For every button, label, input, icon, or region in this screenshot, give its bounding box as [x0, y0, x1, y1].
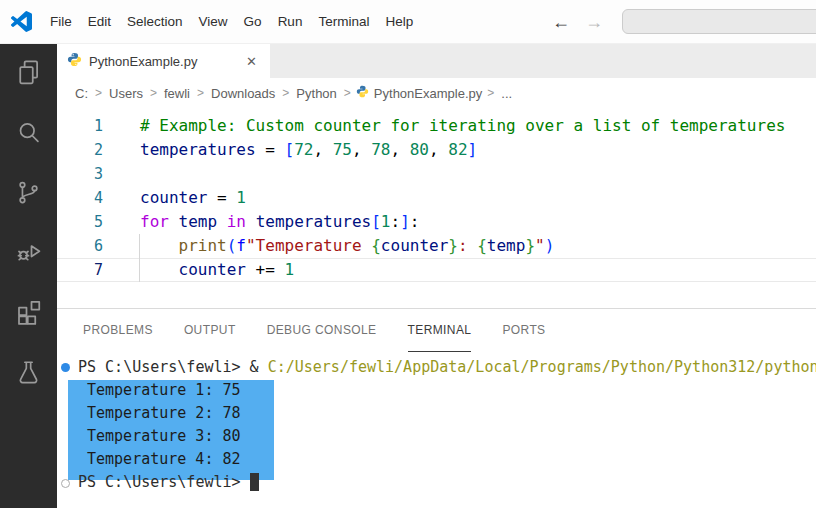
token-default [140, 236, 179, 255]
token-variable: counter [140, 188, 207, 207]
panel-tab-bar: PROBLEMSOUTPUTDEBUG CONSOLETERMINALPORTS [57, 309, 816, 352]
breadcrumb-item[interactable]: Python [294, 85, 338, 102]
panel-tab-problems[interactable]: PROBLEMS [83, 309, 153, 352]
testing-icon [14, 358, 43, 391]
token-variable: counter [179, 260, 246, 279]
indent-guide [139, 234, 140, 282]
panel-tab-output[interactable]: OUTPUT [184, 309, 236, 352]
activity-search-button[interactable] [0, 104, 57, 164]
code-editor[interactable]: 1# Example: Custom counter for iterating… [57, 108, 816, 308]
tab-label: PythonExample.py [89, 54, 197, 69]
token-default: , [429, 140, 448, 159]
breadcrumb-file-label: PythonExample.py [374, 86, 482, 101]
menu-view[interactable]: View [191, 10, 236, 33]
prompt-decoration-icon [61, 479, 70, 488]
token-number: 72 [294, 140, 313, 159]
terminal-output-line: Temperature 2: 78 [57, 402, 816, 425]
token-default: += [246, 260, 285, 279]
terminal-prompt-text: PS C:\Users\fewli> [78, 473, 241, 491]
token-string: : [458, 236, 477, 255]
terminal-output-line: Temperature 3: 80 [57, 425, 816, 448]
terminal-prompt-line: PS C:\Users\fewli> [57, 471, 816, 494]
token-number: 1 [285, 260, 295, 279]
token-string: " [535, 236, 545, 255]
token-bracket1: ) [545, 236, 555, 255]
search-icon [14, 118, 43, 151]
run-debug-icon [14, 237, 44, 271]
back-icon[interactable]: ← [552, 12, 570, 33]
menu-help[interactable]: Help [377, 10, 421, 33]
token-bracket1: ( [227, 236, 237, 255]
breadcrumb-item[interactable]: Users [107, 85, 145, 102]
breadcrumb-overflow[interactable]: ... [499, 85, 514, 102]
token-comment: # Example: Custom counter for iterating … [140, 116, 785, 135]
line-number: 6 [57, 234, 103, 258]
tab-pythonexample[interactable]: PythonExample.py ✕ [57, 44, 270, 78]
panel-tab-terminal[interactable]: TERMINAL [408, 309, 472, 352]
activity-run-debug-button[interactable] [0, 224, 57, 284]
token-number: 1 [381, 212, 391, 231]
token-bracket2: { [477, 236, 487, 255]
token-variable: temperatures [140, 140, 256, 159]
code-line: 1# Example: Custom counter for iterating… [57, 114, 816, 138]
breadcrumb-item[interactable]: fewli [162, 85, 192, 102]
python-icon [67, 52, 82, 71]
terminal-prompt-text: PS C:\Users\fewli> [78, 358, 250, 376]
panel-tab-debug-console[interactable]: DEBUG CONSOLE [267, 309, 377, 352]
chevron-right-icon: > [95, 86, 102, 100]
bottom-panel: PROBLEMSOUTPUTDEBUG CONSOLETERMINALPORTS… [57, 308, 816, 508]
titlebar: FileEditSelectionViewGoRunTerminalHelp ←… [0, 0, 816, 44]
explorer-icon [14, 57, 44, 91]
source-control-icon [14, 178, 43, 211]
extensions-icon [14, 297, 44, 331]
code-line: 7 counter += 1 [57, 258, 816, 282]
breadcrumb: C:>Users>fewli>Downloads>Python>PythonEx… [57, 78, 816, 108]
terminal[interactable]: PS C:\Users\fewli> & C:/Users/fewli/AppD… [57, 353, 816, 508]
vscode-window: FileEditSelectionViewGoRunTerminalHelp ←… [0, 0, 816, 508]
token-number: 1 [236, 188, 246, 207]
token-variable: counter [381, 236, 448, 255]
panel-tab-ports[interactable]: PORTS [502, 309, 545, 352]
menu-run[interactable]: Run [270, 10, 311, 33]
token-default: , [313, 140, 332, 159]
menu-edit[interactable]: Edit [80, 10, 119, 33]
tab-close-icon[interactable]: ✕ [243, 53, 260, 70]
activity-testing-button[interactable] [0, 344, 57, 404]
token-fstring_prefix: f [236, 236, 246, 255]
editor-tab-bar: PythonExample.py ✕ [57, 44, 816, 78]
breadcrumb-item[interactable]: C: [73, 85, 90, 102]
token-default: , [390, 140, 409, 159]
code-line: 4counter = 1 [57, 186, 816, 210]
activity-explorer-button[interactable] [0, 44, 57, 104]
code-line-content [103, 162, 150, 186]
menu-go[interactable]: Go [236, 10, 270, 33]
menu-file[interactable]: File [42, 10, 80, 33]
token-bracket1: [ [285, 140, 295, 159]
token-variable: temperatures [256, 212, 372, 231]
code-line-content: # Example: Custom counter for iterating … [103, 114, 785, 138]
menu-selection[interactable]: Selection [119, 10, 191, 33]
activity-extensions-button[interactable] [0, 284, 57, 344]
breadcrumb-file[interactable]: PythonExample.py [356, 85, 482, 101]
activity-source-control-button[interactable] [0, 164, 57, 224]
breadcrumb-item[interactable]: Downloads [209, 85, 277, 102]
token-string: "Temperature [246, 236, 371, 255]
token-bracket2: } [448, 236, 458, 255]
terminal-command-path: C:/Users/fewli/AppData/Local/Programs/Py… [268, 358, 816, 376]
token-bracket2: } [525, 236, 535, 255]
chevron-right-icon: > [344, 86, 351, 100]
token-default [140, 260, 179, 279]
vscode-logo-icon [11, 11, 32, 32]
token-variable: temp [487, 236, 526, 255]
line-number: 7 [57, 258, 103, 282]
token-default: = [256, 140, 285, 159]
menu-terminal[interactable]: Terminal [310, 10, 377, 33]
terminal-command-operator: & [250, 358, 268, 376]
token-bracket1: [ [371, 212, 381, 231]
code-line: 6 print(f"Temperature {counter}: {temp}"… [57, 234, 816, 258]
command-center-search[interactable] [622, 9, 816, 34]
code-line-content: counter = 1 [103, 186, 246, 210]
code-line-content: for temp in temperatures[1:]: [103, 210, 419, 234]
token-number: 82 [448, 140, 467, 159]
code-line-content: counter += 1 [103, 258, 294, 282]
